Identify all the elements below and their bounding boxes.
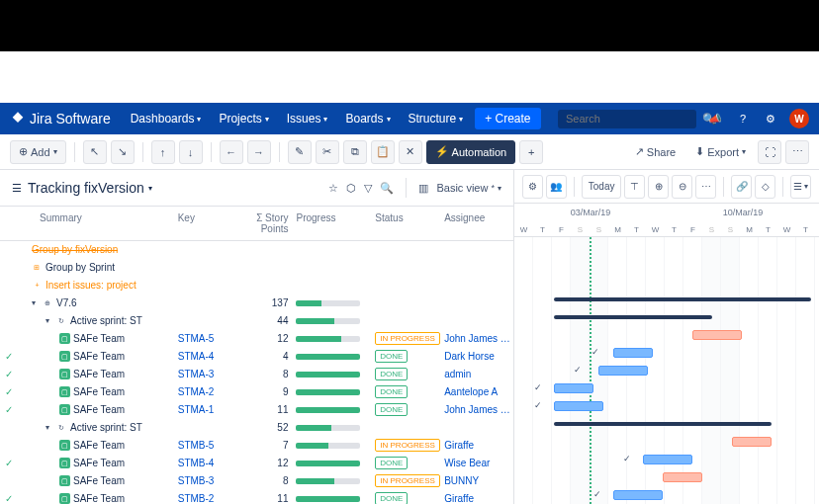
assignee-link[interactable]: Aantelope A bbox=[444, 386, 513, 397]
gantt-more-icon[interactable]: ⋯ bbox=[695, 175, 716, 199]
arrow-left-icon[interactable]: ← bbox=[220, 140, 243, 164]
assignee-link[interactable]: Wise Bear bbox=[444, 458, 513, 468]
paste-icon[interactable]: 📋 bbox=[371, 140, 395, 164]
view-selector[interactable]: Basic view*▾ bbox=[436, 182, 501, 194]
structure-title[interactable]: Tracking fixVersion▾ bbox=[28, 180, 152, 196]
gantt-row[interactable] bbox=[514, 326, 819, 344]
table-row[interactable]: ▢SAFe TeamSTMB-57IN PROGRESSGiraffe bbox=[0, 437, 513, 455]
assignee-link[interactable]: BUNNY bbox=[444, 475, 513, 486]
assignee-link[interactable]: admin bbox=[444, 369, 513, 379]
table-row[interactable]: ▢SAFe TeamSTMB-38IN PROGRESSBUNNY bbox=[0, 472, 513, 490]
product-logo[interactable]: Jira Software bbox=[10, 111, 111, 126]
more-icon[interactable]: ⋯ bbox=[785, 140, 809, 164]
assignee-link[interactable]: Dark Horse bbox=[444, 351, 513, 362]
gantt-row[interactable] bbox=[514, 291, 819, 308]
col-assignee[interactable]: Assignee bbox=[444, 212, 513, 234]
assignee-link[interactable]: Giraffe bbox=[444, 493, 513, 504]
search-box[interactable]: 🔍 bbox=[558, 110, 696, 128]
table-row[interactable]: ▾↻Active sprint: ST44 bbox=[0, 312, 513, 330]
col-sp[interactable]: Σ Story Points bbox=[228, 212, 297, 234]
col-progress[interactable]: Progress bbox=[296, 212, 375, 234]
gantt-bar[interactable] bbox=[554, 383, 593, 393]
gantt-bar[interactable] bbox=[643, 455, 692, 464]
table-row[interactable]: ⊞Group by Sprint bbox=[0, 259, 513, 277]
export-button[interactable]: ⬇ Export ▾ bbox=[687, 140, 754, 164]
gantt-row[interactable] bbox=[514, 273, 819, 291]
gantt-bar[interactable] bbox=[732, 437, 772, 447]
nav-structure[interactable]: Structure ▾ bbox=[401, 108, 472, 129]
arrow-se-icon[interactable]: ↘ bbox=[111, 140, 135, 164]
gantt-row[interactable] bbox=[514, 255, 819, 273]
gantt-bar[interactable] bbox=[554, 315, 712, 319]
zoom-in-icon[interactable]: ⊕ bbox=[648, 175, 669, 199]
table-row[interactable]: Group by fixVersion bbox=[0, 241, 513, 259]
gantt-row[interactable]: ✓ bbox=[514, 397, 819, 415]
gantt-row[interactable]: ✓ bbox=[514, 362, 819, 379]
arrow-right-icon[interactable]: → bbox=[247, 140, 271, 164]
settings-icon[interactable]: ⚙ bbox=[762, 110, 779, 127]
diamond-icon[interactable]: ◇ bbox=[755, 175, 775, 199]
star-icon[interactable]: ☆ bbox=[328, 182, 338, 195]
edit-icon[interactable]: ✎ bbox=[288, 140, 312, 164]
table-row[interactable]: ✓▢SAFe TeamSTMB-211DONEGiraffe bbox=[0, 490, 513, 504]
gantt-row[interactable] bbox=[514, 237, 819, 255]
arrow-nw-icon[interactable]: ↖ bbox=[83, 140, 107, 164]
table-row[interactable]: ▢SAFe TeamSTMA-512IN PROGRESSJohn James … bbox=[0, 330, 513, 348]
gantt-bar[interactable] bbox=[613, 348, 653, 358]
table-row[interactable]: ▾⊕V7.6137 bbox=[0, 294, 513, 312]
copy-icon[interactable]: ⧉ bbox=[343, 140, 367, 164]
gantt-resource-icon[interactable]: 👥 bbox=[546, 175, 567, 199]
issue-key[interactable]: STMA-2 bbox=[178, 386, 228, 397]
assignee-link[interactable]: John James O'D bbox=[444, 333, 513, 344]
zoom-out-icon[interactable]: ⊖ bbox=[672, 175, 692, 199]
delete-icon[interactable]: ✕ bbox=[399, 140, 422, 164]
nav-boards[interactable]: Boards ▾ bbox=[337, 108, 398, 129]
share-button[interactable]: ↗ Share bbox=[627, 140, 683, 164]
expand-icon[interactable]: ⛶ bbox=[758, 140, 781, 164]
table-row[interactable]: ✓▢SAFe TeamSTMA-29DONEAantelope A bbox=[0, 383, 513, 401]
table-row[interactable]: ✓▢SAFe TeamSTMB-412DONEWise Bear bbox=[0, 455, 513, 472]
columns-icon[interactable]: ▥ bbox=[418, 182, 428, 195]
plus-button[interactable]: + bbox=[519, 140, 543, 164]
nav-dashboards[interactable]: Dashboards ▾ bbox=[123, 108, 210, 129]
table-row[interactable]: ▾↻Active sprint: ST52 bbox=[0, 419, 513, 437]
col-key[interactable]: Key bbox=[178, 212, 228, 234]
automation-button[interactable]: ⚡ Automation bbox=[426, 140, 516, 164]
gantt-bar[interactable] bbox=[554, 297, 811, 301]
issue-key[interactable]: STMA-4 bbox=[178, 351, 228, 362]
user-avatar[interactable]: W bbox=[789, 109, 809, 128]
table-row[interactable]: ✓▢SAFe TeamSTMA-38DONEadmin bbox=[0, 366, 513, 383]
gantt-bar[interactable] bbox=[554, 422, 772, 426]
cut-icon[interactable]: ✂ bbox=[316, 140, 339, 164]
gantt-row[interactable]: ✓ bbox=[514, 344, 819, 362]
col-status[interactable]: Status bbox=[375, 212, 444, 234]
nav-projects[interactable]: Projects ▾ bbox=[211, 108, 276, 129]
expand-icon[interactable]: ▾ bbox=[32, 298, 40, 307]
help-icon[interactable]: ? bbox=[734, 110, 752, 127]
gantt-row[interactable]: ✓ bbox=[514, 451, 819, 468]
issue-key[interactable]: STMA-1 bbox=[178, 404, 228, 415]
today-button[interactable]: Today bbox=[582, 175, 622, 199]
gantt-row[interactable] bbox=[514, 308, 819, 326]
notifications-icon[interactable]: 📣 bbox=[706, 110, 724, 127]
search-struct-icon[interactable]: 🔍 bbox=[380, 182, 394, 195]
gantt-marker-icon[interactable]: ⊤ bbox=[624, 175, 645, 199]
search-input[interactable] bbox=[566, 113, 702, 125]
issue-key[interactable]: STMA-3 bbox=[178, 369, 228, 379]
create-button[interactable]: + Create bbox=[475, 108, 540, 129]
gantt-bar[interactable] bbox=[554, 401, 603, 411]
gantt-settings-icon[interactable]: ⚙ bbox=[522, 175, 543, 199]
table-row[interactable]: ✓▢SAFe TeamSTMA-44DONEDark Horse bbox=[0, 348, 513, 366]
gantt-bar[interactable] bbox=[613, 490, 663, 500]
issue-key[interactable]: STMB-5 bbox=[178, 440, 228, 451]
table-row[interactable]: ✓▢SAFe TeamSTMA-111DONEJohn James O'D bbox=[0, 401, 513, 419]
filter-icon[interactable]: ▽ bbox=[364, 182, 372, 195]
table-row[interactable]: +Insert issues: project bbox=[0, 277, 513, 294]
gantt-row[interactable] bbox=[514, 468, 819, 486]
issue-key[interactable]: STMA-5 bbox=[178, 333, 228, 344]
cube-icon[interactable]: ⬡ bbox=[346, 182, 356, 195]
add-button[interactable]: ⊕ Add ▾ bbox=[10, 140, 66, 164]
nav-issues[interactable]: Issues ▾ bbox=[279, 108, 336, 129]
assignee-link[interactable]: Giraffe bbox=[444, 440, 513, 451]
gantt-bar[interactable] bbox=[663, 472, 702, 482]
